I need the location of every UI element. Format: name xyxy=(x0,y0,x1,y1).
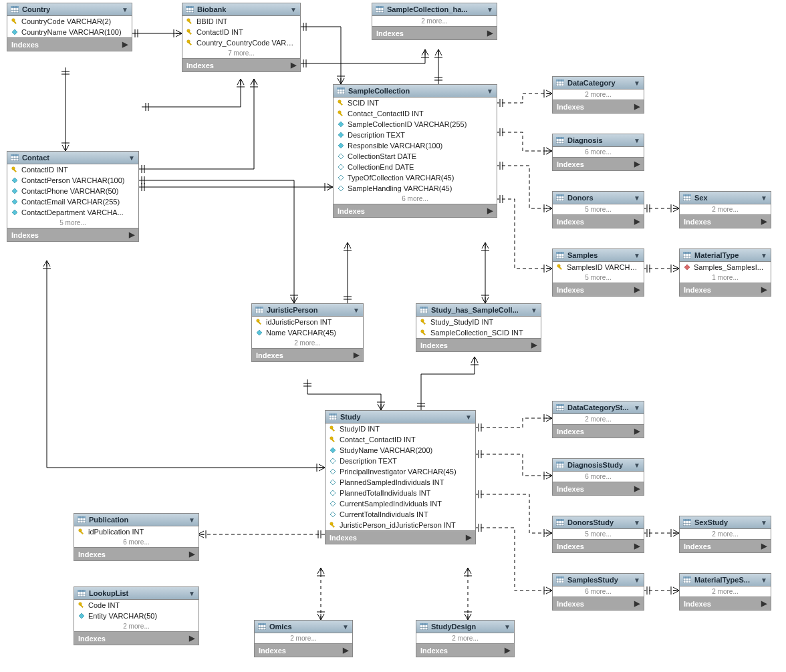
entity-LookupList[interactable]: LookupList▼Code INTEntity VARCHAR(50)2 m… xyxy=(74,586,199,645)
collapse-icon[interactable]: ▼ xyxy=(487,6,493,13)
more-columns[interactable]: 1 more... xyxy=(680,273,771,283)
indexes-section[interactable]: Indexes▶ xyxy=(182,58,300,71)
more-columns[interactable]: 2 more... xyxy=(74,621,199,631)
more-columns[interactable]: 2 more... xyxy=(680,529,771,539)
entity-DiagnosisStudy[interactable]: DiagnosisStudy▼6 more...Indexes▶ xyxy=(552,458,644,496)
collapse-icon[interactable]: ▼ xyxy=(634,462,640,469)
indexes-section[interactable]: Indexes▶ xyxy=(680,214,771,228)
entity-titlebar[interactable]: Publication▼ xyxy=(74,514,199,526)
collapse-icon[interactable]: ▼ xyxy=(634,194,640,202)
entity-Study_has_SampleColl[interactable]: Study_has_SampleColl...▼Study_StudyID IN… xyxy=(416,303,541,352)
more-columns[interactable]: 5 more... xyxy=(553,273,644,283)
entity-titlebar[interactable]: DiagnosisStudy▼ xyxy=(553,459,644,472)
entity-SamplesStudy[interactable]: SamplesStudy▼6 more...Indexes▶ xyxy=(552,573,644,611)
more-columns[interactable]: 2 more... xyxy=(553,414,644,424)
entity-JuristicPerson[interactable]: JuristicPerson▼idJuristicPerson INTName … xyxy=(251,303,364,362)
entity-titlebar[interactable]: SampleCollection_ha...▼ xyxy=(372,3,497,16)
entity-Donors[interactable]: Donors▼5 more...Indexes▶ xyxy=(552,191,644,228)
collapse-icon[interactable]: ▼ xyxy=(342,623,349,631)
entity-Samples[interactable]: Samples▼SamplesID VARCHAR(45)5 more...In… xyxy=(552,248,644,297)
indexes-section[interactable]: Indexes▶ xyxy=(553,482,644,495)
entity-titlebar[interactable]: Biobank▼ xyxy=(182,3,300,16)
indexes-section[interactable]: Indexes▶ xyxy=(372,26,497,39)
entity-titlebar[interactable]: Study▼ xyxy=(325,411,475,424)
entity-titlebar[interactable]: MaterialTypeS...▼ xyxy=(680,574,771,586)
entity-titlebar[interactable]: SamplesStudy▼ xyxy=(553,574,644,586)
more-columns[interactable]: 5 more... xyxy=(553,204,644,214)
collapse-icon[interactable]: ▼ xyxy=(761,194,767,202)
more-columns[interactable]: 2 more... xyxy=(255,633,352,643)
entity-Study[interactable]: Study▼StudyID INTContact_ContactID INTSt… xyxy=(325,410,476,544)
indexes-section[interactable]: Indexes▶ xyxy=(74,631,199,645)
collapse-icon[interactable]: ▼ xyxy=(761,252,767,259)
entity-Diagnosis[interactable]: Diagnosis▼6 more...Indexes▶ xyxy=(552,134,644,171)
more-columns[interactable]: 2 more... xyxy=(680,204,771,214)
more-columns[interactable]: 6 more... xyxy=(553,147,644,157)
indexes-section[interactable]: Indexes▶ xyxy=(553,283,644,296)
collapse-icon[interactable]: ▼ xyxy=(290,6,297,13)
entity-titlebar[interactable]: JuristicPerson▼ xyxy=(252,304,363,317)
indexes-section[interactable]: Indexes▶ xyxy=(74,547,199,560)
entity-SampleCollection[interactable]: SampleCollection▼SCID INTContact_Contact… xyxy=(333,84,497,218)
indexes-section[interactable]: Indexes▶ xyxy=(680,539,771,552)
more-columns[interactable]: 2 more... xyxy=(252,338,363,348)
entity-titlebar[interactable]: Contact▼ xyxy=(7,152,138,164)
entity-Publication[interactable]: Publication▼idPublication INT6 more...In… xyxy=(74,513,199,561)
indexes-section[interactable]: Indexes▶ xyxy=(255,643,352,657)
entity-titlebar[interactable]: StudyDesign▼ xyxy=(416,621,514,633)
entity-Country[interactable]: Country▼CountryCode VARCHAR(2)CountryNam… xyxy=(7,3,132,51)
collapse-icon[interactable]: ▼ xyxy=(504,623,511,631)
collapse-icon[interactable]: ▼ xyxy=(634,79,640,87)
entity-MaterialType[interactable]: MaterialType▼Samples_SamplesI...1 more..… xyxy=(679,248,771,297)
indexes-section[interactable]: Indexes▶ xyxy=(680,597,771,610)
indexes-section[interactable]: Indexes▶ xyxy=(553,214,644,228)
indexes-section[interactable]: Indexes▶ xyxy=(553,100,644,113)
more-columns[interactable]: 7 more... xyxy=(182,48,300,58)
more-columns[interactable]: 2 more... xyxy=(372,16,497,26)
collapse-icon[interactable]: ▼ xyxy=(487,88,493,95)
more-columns[interactable]: 6 more... xyxy=(553,472,644,482)
collapse-icon[interactable]: ▼ xyxy=(634,404,640,411)
indexes-section[interactable]: Indexes▶ xyxy=(334,204,497,217)
more-columns[interactable]: 6 more... xyxy=(334,194,497,204)
collapse-icon[interactable]: ▼ xyxy=(634,137,640,144)
indexes-section[interactable]: Indexes▶ xyxy=(553,157,644,170)
entity-titlebar[interactable]: SampleCollection▼ xyxy=(334,85,497,98)
indexes-section[interactable]: Indexes▶ xyxy=(416,338,541,351)
collapse-icon[interactable]: ▼ xyxy=(188,590,195,597)
entity-titlebar[interactable]: Samples▼ xyxy=(553,249,644,262)
collapse-icon[interactable]: ▼ xyxy=(634,519,640,526)
entity-Contact[interactable]: Contact▼ContactID INTContactPerson VARCH… xyxy=(7,151,139,242)
indexes-section[interactable]: Indexes▶ xyxy=(553,539,644,552)
entity-DataCategorySt[interactable]: DataCategorySt...▼2 more...Indexes▶ xyxy=(552,401,644,438)
entity-Biobank[interactable]: Biobank▼BBID INTContactID INTCountry_Cou… xyxy=(182,3,301,72)
collapse-icon[interactable]: ▼ xyxy=(188,516,195,524)
entity-titlebar[interactable]: Country▼ xyxy=(7,3,132,16)
entity-titlebar[interactable]: Diagnosis▼ xyxy=(553,134,644,147)
entity-SampleCollection_ha[interactable]: SampleCollection_ha...▼2 more...Indexes▶ xyxy=(372,3,497,40)
more-columns[interactable]: 2 more... xyxy=(416,633,514,643)
collapse-icon[interactable]: ▼ xyxy=(122,6,128,13)
more-columns[interactable]: 2 more... xyxy=(680,586,771,597)
entity-StudyDesign[interactable]: StudyDesign▼2 more...Indexes▶ xyxy=(416,620,515,657)
indexes-section[interactable]: Indexes▶ xyxy=(553,597,644,610)
collapse-icon[interactable]: ▼ xyxy=(634,576,640,584)
entity-Sex[interactable]: Sex▼2 more...Indexes▶ xyxy=(679,191,771,228)
indexes-section[interactable]: Indexes▶ xyxy=(7,228,138,241)
entity-titlebar[interactable]: DataCategory▼ xyxy=(553,77,644,90)
indexes-section[interactable]: Indexes▶ xyxy=(7,37,132,51)
collapse-icon[interactable]: ▼ xyxy=(531,307,537,314)
indexes-section[interactable]: Indexes▶ xyxy=(252,348,363,361)
collapse-icon[interactable]: ▼ xyxy=(465,413,472,421)
entity-titlebar[interactable]: Sex▼ xyxy=(680,192,771,204)
entity-titlebar[interactable]: Study_has_SampleColl...▼ xyxy=(416,304,541,317)
entity-DonorsStudy[interactable]: DonorsStudy▼5 more...Indexes▶ xyxy=(552,516,644,553)
entity-titlebar[interactable]: MaterialType▼ xyxy=(680,249,771,262)
entity-DataCategory[interactable]: DataCategory▼2 more...Indexes▶ xyxy=(552,76,644,114)
entity-titlebar[interactable]: Omics▼ xyxy=(255,621,352,633)
entity-MaterialTypeS[interactable]: MaterialTypeS...▼2 more...Indexes▶ xyxy=(679,573,771,611)
collapse-icon[interactable]: ▼ xyxy=(761,576,767,584)
more-columns[interactable]: 6 more... xyxy=(553,586,644,597)
entity-titlebar[interactable]: SexStudy▼ xyxy=(680,516,771,529)
more-columns[interactable]: 5 more... xyxy=(7,218,138,228)
